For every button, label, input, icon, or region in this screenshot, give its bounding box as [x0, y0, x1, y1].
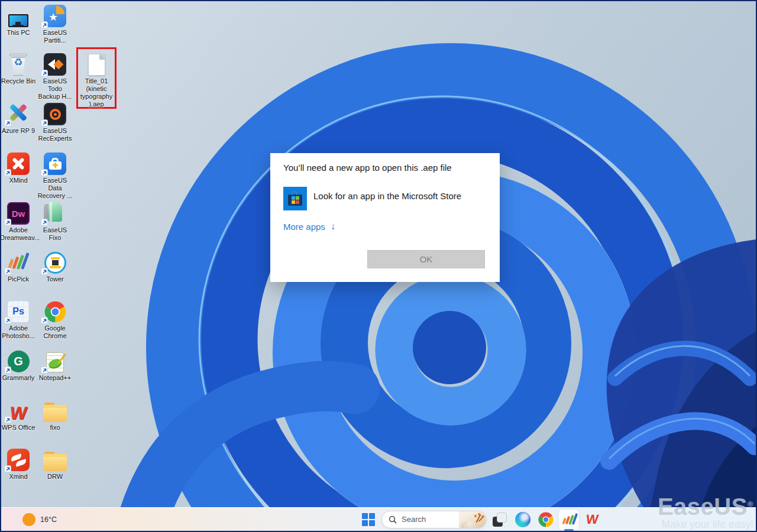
xmind-icon — [5, 151, 31, 175]
taskbar-chrome-button[interactable] — [536, 510, 556, 530]
desktop-icon-adobe-dreamweaver[interactable]: Dw Adobe Dreamweav... — [1, 201, 36, 242]
desktop-icon-label: EaseUS Fixo — [37, 226, 73, 242]
picpick-icon — [561, 512, 577, 527]
taskbar-edge-button[interactable] — [513, 510, 533, 530]
taskbar-picpick-button[interactable] — [559, 510, 579, 530]
folder-icon — [42, 398, 68, 422]
taskbar-center-group: W — [358, 508, 602, 531]
dialog-title: You’ll need a new app to open this .aep … — [283, 163, 452, 173]
shortcut-arrow-icon — [4, 317, 11, 324]
desktop-icon-google-chrome[interactable]: Google Chrome — [37, 299, 73, 340]
axure-rp-icon — [5, 102, 31, 125]
store-option[interactable]: Look for an app in the Microsoft Store — [283, 187, 461, 210]
store-option-label: Look for an app in the Microsoft Store — [313, 191, 461, 201]
shortcut-arrow-icon — [41, 119, 48, 126]
temperature-label: 16°C — [40, 515, 57, 524]
windows-logo-icon — [362, 513, 375, 526]
chrome-icon — [538, 512, 554, 527]
desktop-icon-label: Grammarly — [2, 374, 34, 382]
desktop-icon-picpick[interactable]: PicPick — [1, 250, 36, 283]
adobe-dreamweaver-icon: Dw — [5, 201, 31, 225]
desktop-icon-label: Title_01 (kinetic typography).aep — [79, 77, 114, 108]
desktop-icon-label: EaseUS Todo Backup H... — [37, 77, 73, 100]
ok-button[interactable]: OK — [367, 250, 485, 268]
shortcut-arrow-icon — [4, 268, 11, 275]
this-pc-icon — [5, 4, 31, 27]
task-view-icon — [493, 512, 507, 527]
desktop-icon-label: Tower — [46, 275, 63, 283]
easeus-data-recovery-icon — [42, 151, 68, 175]
down-arrow-icon: ↓ — [331, 221, 335, 232]
desktop-icon-adobe-photoshop[interactable]: Ps Adobe Photosho... — [1, 299, 36, 340]
recycle-bin-icon: ♻ — [5, 52, 31, 76]
shortcut-arrow-icon — [4, 416, 11, 423]
desktop-icon-label: WPS Office — [2, 424, 35, 432]
shortcut-arrow-icon — [4, 465, 11, 472]
desktop-icon-grammarly[interactable]: G Grammarly — [1, 349, 36, 382]
desktop-icon-easeus-todo-backup[interactable]: EaseUS Todo Backup H... — [37, 52, 73, 100]
desktop-icon-xmind[interactable]: XMind — [1, 151, 36, 184]
easeus-partition-icon: ★ — [42, 4, 68, 27]
picpick-icon — [5, 250, 31, 274]
desktop-icon-easeus-partition[interactable]: ★ EaseUS Partiti... — [37, 4, 73, 44]
desktop-icon-easeus-recexperts[interactable]: EaseUS RecExperts — [37, 102, 73, 142]
sun-weather-icon — [22, 513, 35, 526]
active-app-indicator — [564, 529, 574, 531]
folder-icon — [42, 447, 68, 471]
search-input[interactable] — [397, 515, 459, 524]
shortcut-arrow-icon — [41, 169, 48, 176]
tower-icon — [42, 250, 68, 274]
desktop-icon-label: EaseUS Data Recovery ... — [37, 177, 73, 200]
more-apps-link[interactable]: More apps ↓ — [283, 221, 335, 232]
google-chrome-icon — [42, 299, 68, 323]
desktop-icon-label: Azure RP 9 — [2, 127, 35, 135]
desktop-icon-folder-drw[interactable]: DRW — [37, 447, 73, 481]
desktop-icon-label: Recycle Bin — [1, 77, 35, 85]
desktop-icon-label: EaseUS RecExperts — [37, 127, 73, 142]
easeus-todo-backup-icon — [42, 52, 68, 76]
windows-desktop: This PC ★ EaseUS Partiti... ♻ Recycle Bi… — [0, 0, 757, 532]
desktop-icon-label: DRW — [47, 473, 63, 481]
desktop-icon-label: Xmind — [9, 473, 27, 481]
desktop-icon-label: Notepad++ — [39, 374, 71, 382]
desktop-icon-label: EaseUS Partiti... — [37, 29, 73, 44]
task-view-button[interactable] — [490, 510, 510, 530]
adobe-photoshop-icon: Ps — [5, 299, 31, 323]
desktop-icon-wps-office[interactable]: W WPS Office — [1, 398, 36, 432]
desktop-icon-notepad-plus-plus[interactable]: Notepad++ — [37, 349, 73, 382]
more-apps-label: More apps — [283, 222, 325, 232]
desktop-icon-tower[interactable]: Tower — [37, 250, 73, 283]
open-with-dialog: You’ll need a new app to open this .aep … — [270, 153, 500, 282]
taskbar-weather-widget[interactable]: 16°C — [18, 508, 62, 531]
desktop-icon-label: Adobe Dreamweav... — [0, 226, 37, 242]
desktop-icon-easeus-data-recovery[interactable]: EaseUS Data Recovery ... — [37, 151, 73, 200]
shortcut-arrow-icon — [41, 21, 48, 28]
grammarly-icon: G — [5, 349, 31, 372]
edge-icon — [515, 512, 530, 527]
desktop-icon-axure-rp[interactable]: Azure RP 9 — [1, 102, 36, 135]
desktop-icon-easeus-fixo[interactable]: EaseUS Fixo — [37, 201, 73, 242]
taskbar-wps-button[interactable]: W — [582, 510, 602, 530]
desktop-icon-label: This PC — [7, 29, 30, 37]
wps-office-icon: W — [5, 398, 31, 422]
desktop-icon-aep-file[interactable]: Title_01 (kinetic typography).aep — [79, 52, 114, 108]
shortcut-arrow-icon — [4, 119, 11, 126]
easeus-fixo-icon — [42, 201, 68, 225]
shortcut-arrow-icon — [4, 169, 11, 176]
desktop-icon-this-pc[interactable]: This PC — [1, 4, 36, 37]
desktop-icon-xmind-zen[interactable]: Xmind — [1, 447, 36, 481]
microsoft-store-icon — [283, 187, 307, 210]
desktop-icon-recycle-bin[interactable]: ♻ Recycle Bin — [1, 52, 36, 85]
shortcut-arrow-icon — [41, 317, 48, 324]
desktop-icon-label: PicPick — [8, 275, 29, 283]
shortcut-arrow-icon — [41, 219, 48, 226]
taskbar: 16°C — [0, 507, 757, 531]
aep-file-icon — [83, 52, 109, 76]
taskbar-search-box[interactable] — [381, 511, 487, 528]
wps-office-icon: W — [585, 513, 599, 526]
desktop-icon-folder-fixo[interactable]: fixo — [37, 398, 73, 432]
shortcut-arrow-icon — [41, 366, 48, 374]
search-daily-image — [459, 511, 486, 528]
start-button[interactable] — [358, 510, 378, 530]
easeus-recexperts-icon — [42, 102, 68, 125]
